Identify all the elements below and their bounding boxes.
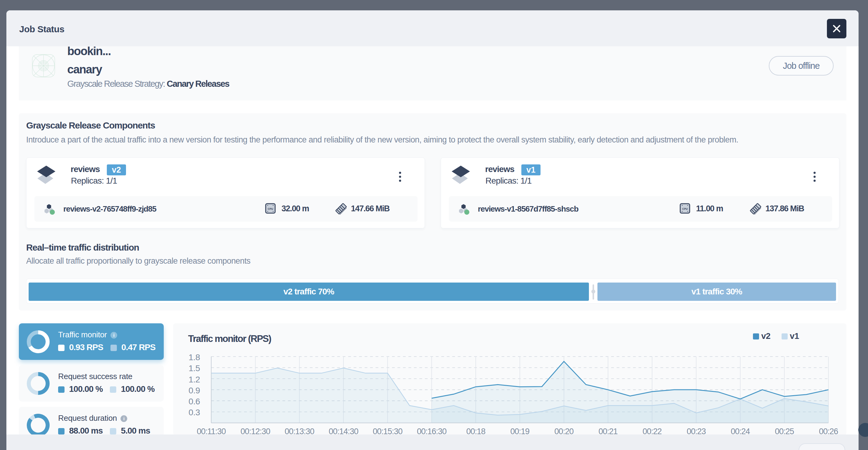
svg-text:CPU: CPU <box>268 207 273 210</box>
svg-text:CPU: CPU <box>682 207 688 210</box>
